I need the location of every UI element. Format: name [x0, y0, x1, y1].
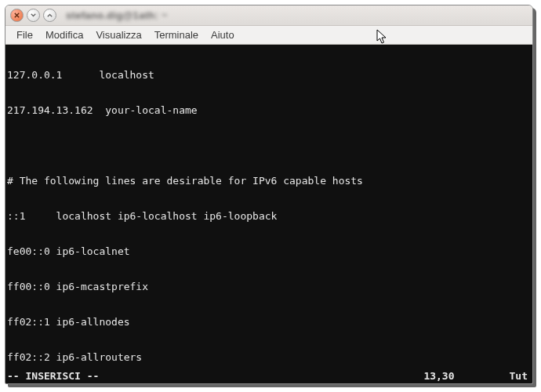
vim-statusbar: -- INSERISCI -- 13,30 Tut	[7, 370, 531, 382]
maximize-icon	[45, 11, 54, 20]
file-line	[7, 140, 531, 151]
minimize-icon	[29, 11, 38, 20]
close-icon	[13, 12, 20, 19]
menu-aiuto[interactable]: Aiuto	[205, 27, 241, 43]
menu-file[interactable]: File	[10, 27, 39, 43]
vim-scroll-indicator: Tut	[510, 370, 528, 382]
window-minimize-button[interactable]	[27, 9, 40, 22]
menubar: File Modifica Visualizza Terminale Aiuto	[5, 26, 532, 45]
window-title: stefano.dig@1ath: ~	[66, 9, 168, 21]
file-line: # The following lines are desirable for …	[7, 175, 531, 187]
terminal-area[interactable]: 127.0.0.1 localhost 217.194.13.162 your-…	[5, 45, 532, 383]
file-line: 127.0.0.1 localhost	[7, 69, 531, 81]
file-line: ff02::2 ip6-allrouters	[7, 351, 531, 363]
window-titlebar[interactable]: stefano.dig@1ath: ~	[5, 5, 532, 26]
vim-mode: -- INSERISCI --	[7, 370, 99, 382]
window-close-button[interactable]	[10, 9, 24, 22]
file-line: ff00::0 ip6-mcastprefix	[7, 281, 531, 292]
menu-visualizza[interactable]: Visualizza	[89, 27, 147, 43]
file-line: fe00::0 ip6-localnet	[7, 245, 531, 257]
vim-cursor-position: 13,30	[423, 370, 454, 382]
menu-terminale[interactable]: Terminale	[148, 27, 205, 43]
file-line: ::1 localhost ip6-localhost ip6-loopback	[7, 210, 531, 222]
file-line: ff02::1 ip6-allnodes	[7, 316, 531, 328]
window-maximize-button[interactable]	[43, 9, 56, 22]
terminal-window: stefano.dig@1ath: ~ File Modifica Visual…	[5, 5, 533, 384]
menu-modifica[interactable]: Modifica	[39, 27, 89, 43]
file-line: 217.194.13.162 your-local-name	[7, 104, 531, 116]
